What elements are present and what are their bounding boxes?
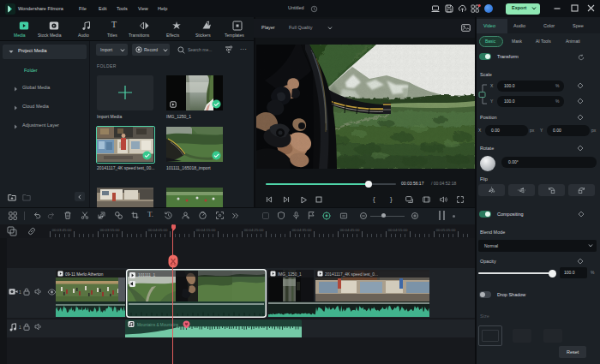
svg-text:09-11 Merlo Atherton: 09-11 Merlo Atherton <box>65 272 104 277</box>
svg-text:101111_1: 101111_1 <box>138 273 156 277</box>
svg-text:20141117_4K speed test_0...: 20141117_4K speed test_0... <box>325 272 378 277</box>
svg-text:IMG_1250_1: IMG_1250_1 <box>278 272 302 277</box>
